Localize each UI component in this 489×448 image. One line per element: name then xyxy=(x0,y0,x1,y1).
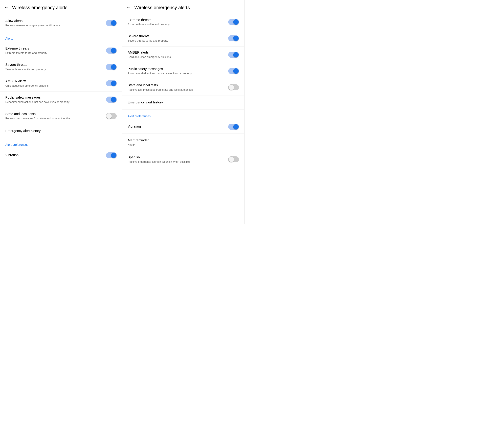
vibration-title-left: Vibration xyxy=(5,153,103,157)
public-safety-thumb-right xyxy=(233,68,239,74)
state-local-item-left[interactable]: State and local tests Receive test messa… xyxy=(0,108,122,124)
alert-reminder-item-right[interactable]: Alert reminder Never xyxy=(122,134,244,151)
public-safety-desc-left: Recommended actions that can save lives … xyxy=(5,100,103,104)
vibration-item-right[interactable]: Vibration xyxy=(122,120,244,134)
extreme-threats-toggle-left[interactable] xyxy=(106,48,117,54)
severe-threats-toggle-left[interactable] xyxy=(106,64,117,70)
spanish-text-right: Spanish Receive emergency alerts in Span… xyxy=(128,155,225,164)
extreme-threats-item-right[interactable]: Extreme threats Extreme threats to life … xyxy=(122,14,244,30)
severe-threats-title-left: Severe threats xyxy=(5,63,103,67)
left-header: ← Wireless emergency alerts xyxy=(0,0,122,14)
amber-alerts-text-left: AMBER alerts Child abduction emergency b… xyxy=(5,79,103,88)
preferences-label-left: Alert preferences xyxy=(0,138,122,149)
vibration-toggle-right[interactable] xyxy=(228,124,239,130)
left-back-button[interactable]: ← xyxy=(4,5,9,10)
spanish-thumb-right xyxy=(228,157,234,162)
amber-alerts-text-right: AMBER alerts Child abduction emergency b… xyxy=(128,50,225,59)
alerts-section-label: Alerts xyxy=(0,32,122,42)
right-page-title: Wireless emergency alerts xyxy=(134,5,190,10)
state-local-text-right: State and local tests Receive test messa… xyxy=(128,83,225,92)
state-local-text-left: State and local tests Receive test messa… xyxy=(5,112,103,120)
panel-left: ← Wireless emergency alerts Allow alerts… xyxy=(0,0,122,224)
right-header: ← Wireless emergency alerts xyxy=(122,0,244,14)
vibration-title-right: Vibration xyxy=(128,124,225,129)
right-back-button[interactable]: ← xyxy=(126,5,131,10)
amber-alerts-thumb-right xyxy=(233,52,239,57)
allow-alerts-title: Allow alerts xyxy=(5,19,103,23)
vibration-thumb-right xyxy=(233,124,239,130)
state-local-desc-left: Receive test messages from state and loc… xyxy=(5,117,103,120)
amber-alerts-item-right[interactable]: AMBER alerts Child abduction emergency b… xyxy=(122,47,244,63)
emergency-history-item-right[interactable]: Emergency alert history xyxy=(122,96,244,110)
public-safety-text-left: Public safety messages Recommended actio… xyxy=(5,95,103,104)
extreme-threats-desc-right: Extreme threats to life and property xyxy=(128,23,225,26)
emergency-history-text-left: Emergency alert history xyxy=(5,129,113,134)
allow-alerts-item[interactable]: Allow alerts Receive wireless emergency … xyxy=(0,14,122,32)
emergency-history-item-left[interactable]: Emergency alert history xyxy=(0,124,122,138)
severe-threats-text-left: Severe threats Severe threats to life an… xyxy=(5,63,103,71)
public-safety-text-right: Public safety messages Recommended actio… xyxy=(128,67,225,75)
extreme-threats-toggle-right[interactable] xyxy=(228,19,239,25)
amber-alerts-title-left: AMBER alerts xyxy=(5,79,103,83)
allow-alerts-thumb xyxy=(111,20,116,26)
amber-alerts-desc-left: Child abduction emergency bulletins xyxy=(5,84,103,88)
state-local-title-left: State and local tests xyxy=(5,112,103,116)
severe-threats-desc-right: Severe threats to life and property xyxy=(128,39,225,43)
spanish-desc-right: Receive emergency alerts in Spanish when… xyxy=(128,160,225,164)
public-safety-toggle-right[interactable] xyxy=(228,68,239,74)
severe-threats-text-right: Severe threats Severe threats to life an… xyxy=(128,34,225,43)
spanish-title-right: Spanish xyxy=(128,155,225,159)
amber-alerts-toggle-right[interactable] xyxy=(228,52,239,58)
extreme-threats-item-left[interactable]: Extreme threats Extreme threats to life … xyxy=(0,42,122,59)
left-page-title: Wireless emergency alerts xyxy=(12,5,67,10)
vibration-thumb-left xyxy=(111,153,116,158)
severe-threats-item-right[interactable]: Severe threats Severe threats to life an… xyxy=(122,30,244,47)
public-safety-toggle-left[interactable] xyxy=(106,97,117,103)
preferences-label-right: Alert preferences xyxy=(122,110,244,120)
public-safety-item-right[interactable]: Public safety messages Recommended actio… xyxy=(122,63,244,79)
state-local-toggle-left[interactable] xyxy=(106,113,117,119)
allow-alerts-text: Allow alerts Receive wireless emergency … xyxy=(5,19,103,27)
public-safety-item-left[interactable]: Public safety messages Recommended actio… xyxy=(0,91,122,108)
state-local-thumb-left xyxy=(106,113,112,119)
amber-alerts-thumb-left xyxy=(111,81,116,86)
severe-threats-toggle-right[interactable] xyxy=(228,35,239,41)
extreme-threats-text-right: Extreme threats Extreme threats to life … xyxy=(128,18,225,26)
spanish-toggle-right[interactable] xyxy=(228,156,239,162)
state-local-desc-right: Receive test messages from state and loc… xyxy=(128,88,225,92)
emergency-history-title-right: Emergency alert history xyxy=(128,100,236,105)
amber-alerts-title-right: AMBER alerts xyxy=(128,50,225,55)
extreme-threats-thumb-right xyxy=(233,19,239,25)
vibration-toggle-left[interactable] xyxy=(106,152,117,158)
alert-reminder-text-right: Alert reminder Never xyxy=(128,138,236,147)
spanish-item-right[interactable]: Spanish Receive emergency alerts in Span… xyxy=(122,151,244,167)
extreme-threats-text-left: Extreme threats Extreme threats to life … xyxy=(5,46,103,55)
extreme-threats-title-right: Extreme threats xyxy=(128,18,225,22)
state-local-toggle-right[interactable] xyxy=(228,84,239,90)
severe-threats-desc-left: Severe threats to life and property xyxy=(5,67,103,71)
extreme-threats-thumb-left xyxy=(111,48,116,53)
severe-threats-title-right: Severe threats xyxy=(128,34,225,38)
amber-alerts-toggle-left[interactable] xyxy=(106,80,117,86)
alert-reminder-desc-right: Never xyxy=(128,143,236,147)
alert-reminder-title-right: Alert reminder xyxy=(128,138,236,142)
amber-alerts-item-left[interactable]: AMBER alerts Child abduction emergency b… xyxy=(0,75,122,91)
extreme-threats-title-left: Extreme threats xyxy=(5,46,103,50)
severe-threats-thumb-right xyxy=(233,36,239,41)
severe-threats-thumb-left xyxy=(111,64,116,70)
state-local-title-right: State and local tests xyxy=(128,83,225,87)
vibration-text-left: Vibration xyxy=(5,153,103,158)
state-local-item-right[interactable]: State and local tests Receive test messa… xyxy=(122,79,244,96)
extreme-threats-desc-left: Extreme threats to life and property xyxy=(5,51,103,55)
vibration-item-left[interactable]: Vibration xyxy=(0,149,122,162)
severe-threats-item-left[interactable]: Severe threats Severe threats to life an… xyxy=(0,59,122,75)
vibration-text-right: Vibration xyxy=(128,124,225,129)
emergency-history-text-right: Emergency alert history xyxy=(128,100,236,105)
allow-alerts-desc: Receive wireless emergency alert notific… xyxy=(5,24,103,27)
public-safety-title-left: Public safety messages xyxy=(5,95,103,100)
allow-alerts-toggle[interactable] xyxy=(106,20,117,26)
panel-right: ← Wireless emergency alerts Extreme thre… xyxy=(122,0,244,224)
public-safety-title-right: Public safety messages xyxy=(128,67,225,71)
emergency-history-title-left: Emergency alert history xyxy=(5,129,113,133)
public-safety-desc-right: Recommended actions that can save lives … xyxy=(128,72,225,75)
